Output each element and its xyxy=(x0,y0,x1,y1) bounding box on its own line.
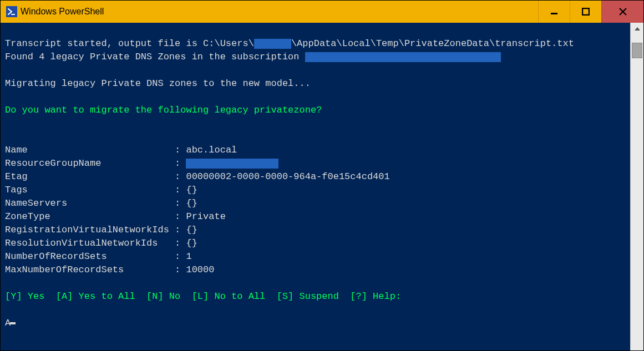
close-button[interactable] xyxy=(601,1,643,23)
powershell-window: Windows PowerShell Transcript started, o… xyxy=(0,0,644,351)
svg-rect-1 xyxy=(551,13,557,14)
redacted-rg xyxy=(186,159,278,169)
window-title: Windows PowerShell xyxy=(21,7,104,17)
prop-label: ZoneType xyxy=(5,211,50,222)
prop-value: 1 xyxy=(186,251,191,262)
output-line: \AppData\Local\Temp\PrivateZoneData\tran… xyxy=(291,38,574,49)
content-area: Transcript started, output file is C:\Us… xyxy=(1,23,643,350)
maximize-button[interactable] xyxy=(570,1,601,23)
output-line: Transcript started, output file is C:\Us… xyxy=(5,38,254,49)
prop-value: {} xyxy=(186,238,197,248)
scroll-thumb[interactable] xyxy=(632,43,642,58)
prop-value: Private xyxy=(186,211,225,222)
choice-prompt: [Y] Yes [A] Yes to All [N] No [L] No to … xyxy=(5,291,401,302)
prop-label: ResolutionVirtualNetworkIds xyxy=(5,238,158,248)
output-line: Found 4 legacy Private DNS Zones in the … xyxy=(5,52,305,62)
prop-label: ResourceGroupName xyxy=(5,158,101,169)
prop-label: Tags xyxy=(5,185,28,195)
prop-value: {} xyxy=(186,225,197,235)
prop-value: {} xyxy=(186,198,197,208)
terminal-output[interactable]: Transcript started, output file is C:\Us… xyxy=(1,23,630,350)
redacted-username xyxy=(254,39,291,49)
svg-rect-2 xyxy=(582,8,589,15)
prop-label: Etag xyxy=(5,171,28,182)
powershell-icon xyxy=(6,6,17,17)
prop-label: MaxNumberOfRecordSets xyxy=(5,264,124,275)
prop-label: NameServers xyxy=(5,198,67,208)
output-line: Migrating legacy Private DNS zones to th… xyxy=(5,78,311,89)
prop-value: {} xyxy=(186,185,197,195)
vertical-scrollbar[interactable] xyxy=(630,23,643,350)
prop-label: RegistrationVirtualNetworkIds xyxy=(5,225,169,235)
window-controls xyxy=(538,1,643,23)
redacted-subscription xyxy=(305,52,501,62)
prop-label: Name xyxy=(5,145,28,155)
prop-value: abc.local xyxy=(186,145,237,155)
title-left: Windows PowerShell xyxy=(6,6,104,17)
prop-label: NumberOfRecordSets xyxy=(5,251,107,262)
titlebar[interactable]: Windows PowerShell xyxy=(1,1,643,23)
prop-value: 00000002-0000-0000-964a-f0e15c4cd401 xyxy=(186,171,389,182)
prompt-question: Do you want to migrate the following leg… xyxy=(5,105,322,115)
minimize-button[interactable] xyxy=(538,1,570,23)
cursor xyxy=(10,322,16,324)
scroll-track[interactable] xyxy=(631,35,643,350)
prop-value: 10000 xyxy=(186,264,214,275)
scroll-up-button[interactable] xyxy=(631,23,643,35)
